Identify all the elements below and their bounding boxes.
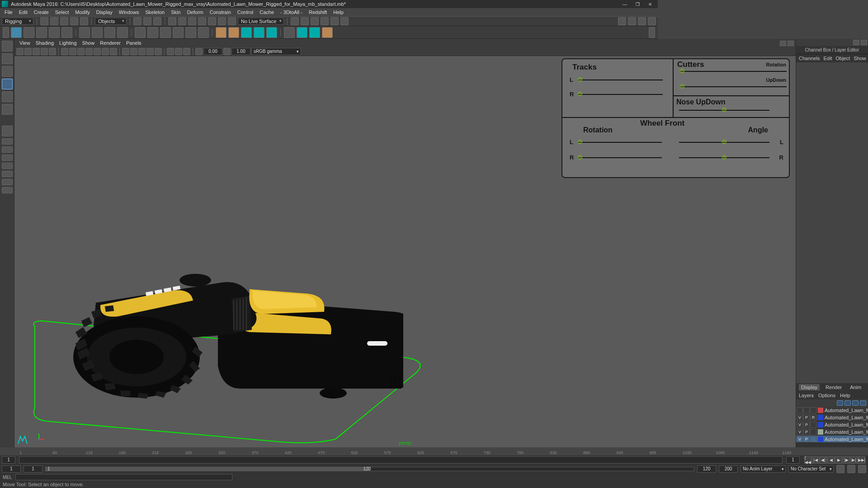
- redo-icon[interactable]: [80, 17, 88, 25]
- shelf-tool-18[interactable]: [241, 27, 252, 38]
- panel-layout4-icon[interactable]: [648, 17, 656, 25]
- light-editor-icon[interactable]: [340, 17, 349, 25]
- shelf-tool-21[interactable]: [284, 27, 295, 38]
- vp-colorspace-dropdown[interactable]: sRGB gamma: [251, 48, 301, 55]
- rotate-tool[interactable]: [2, 91, 13, 102]
- close-button[interactable]: ✕: [644, 1, 656, 7]
- layout-quick3[interactable]: [2, 155, 13, 161]
- hypershade-icon[interactable]: [321, 17, 329, 25]
- select-tool[interactable]: [2, 41, 13, 52]
- shelf-scroll-icon[interactable]: [649, 27, 655, 38]
- vp-isolate-icon[interactable]: [167, 48, 174, 55]
- minimize-button[interactable]: —: [619, 1, 631, 7]
- shelf-tool-22[interactable]: [297, 27, 307, 38]
- paint-select-tool[interactable]: [2, 66, 13, 77]
- rig-rotation-r-slider[interactable]: [578, 157, 658, 158]
- vp-safe-title-icon[interactable]: [110, 48, 117, 55]
- snap-grid-icon[interactable]: [133, 17, 142, 25]
- save-scene-icon[interactable]: [60, 17, 68, 25]
- vp-menu-renderer[interactable]: Renderer: [98, 40, 123, 46]
- vp-gamma-icon[interactable]: [223, 48, 231, 55]
- shelf-tool-8[interactable]: [104, 27, 115, 38]
- shelf-tool-19[interactable]: [254, 27, 264, 38]
- shelf-tool-3[interactable]: [36, 27, 47, 38]
- sym-x-icon[interactable]: [178, 17, 186, 25]
- vp-image-plane-icon[interactable]: [33, 48, 40, 55]
- menu-create[interactable]: Create: [31, 9, 52, 15]
- shelf-tool-1[interactable]: [11, 27, 22, 38]
- scale-tool[interactable]: [2, 104, 13, 115]
- vp-menu-view[interactable]: View: [17, 40, 33, 46]
- vp-smooth-icon[interactable]: [130, 48, 137, 55]
- vp-grease-pencil-icon[interactable]: [49, 48, 56, 55]
- menu-set-dropdown[interactable]: Rigging: [2, 18, 33, 25]
- shelf-tool-7[interactable]: [92, 27, 103, 38]
- layout-quick6[interactable]: [2, 179, 13, 185]
- vp-gamma-field[interactable]: 1.00: [231, 48, 250, 55]
- menu--3dtoall-[interactable]: - 3DtoAll -: [278, 9, 305, 15]
- shelf-tool-14[interactable]: [185, 27, 196, 38]
- shelf-tool-17[interactable]: [228, 27, 239, 38]
- vp-shadows-icon[interactable]: [155, 48, 162, 55]
- vp-bookmark-icon[interactable]: [24, 48, 32, 55]
- sym-z-icon[interactable]: [198, 17, 206, 25]
- vp-menu-lighting[interactable]: Lighting: [57, 40, 79, 46]
- vp-gate-mask-icon[interactable]: [85, 48, 93, 55]
- vp-safe-action-icon[interactable]: [102, 48, 109, 55]
- vp-textured-icon[interactable]: [138, 48, 146, 55]
- menu-help[interactable]: Help: [330, 9, 346, 15]
- menu-deform[interactable]: Deform: [184, 9, 206, 15]
- menu-constrain[interactable]: Constrain: [207, 9, 234, 15]
- vp-field-chart-icon[interactable]: [94, 48, 101, 55]
- menu-cache[interactable]: Cache: [257, 9, 277, 15]
- last-tool[interactable]: [2, 126, 13, 136]
- sym-topo-icon[interactable]: [218, 17, 226, 25]
- vp-exposure-icon[interactable]: [195, 48, 203, 55]
- shelf-tool-23[interactable]: [309, 27, 320, 38]
- panel-layout2-icon[interactable]: [628, 17, 636, 25]
- lasso-tool[interactable]: [2, 53, 13, 64]
- sym-y-icon[interactable]: [188, 17, 196, 25]
- render-view-icon[interactable]: [330, 17, 339, 25]
- ipr-icon[interactable]: [301, 17, 309, 25]
- live-surface-icon[interactable]: [228, 17, 236, 25]
- vp-exposure-field[interactable]: 0.00: [203, 48, 222, 55]
- shelf-tool-24[interactable]: [322, 27, 333, 38]
- menu-skeleton[interactable]: Skeleton: [142, 9, 167, 15]
- open-scene-icon[interactable]: [50, 17, 58, 25]
- vp-wireframe-icon[interactable]: [122, 48, 129, 55]
- shelf-tool-6[interactable]: [79, 27, 90, 38]
- snap-point-icon[interactable]: [153, 17, 161, 25]
- vp-res-gate-icon[interactable]: [77, 48, 85, 55]
- vp-xray-joints-icon[interactable]: [183, 48, 190, 55]
- shelf-tool-10[interactable]: [135, 27, 146, 38]
- shelf-tool-13[interactable]: [173, 27, 184, 38]
- shelf-tool-12[interactable]: [160, 27, 171, 38]
- menu-display[interactable]: Display: [94, 9, 115, 15]
- vp-menu-shading[interactable]: Shading: [33, 40, 56, 46]
- sym-axis-icon[interactable]: [208, 17, 216, 25]
- sym-off-icon[interactable]: [168, 17, 176, 25]
- shelf-tool-4[interactable]: [49, 27, 60, 38]
- panel-layout3-icon[interactable]: [638, 17, 646, 25]
- vp-lights-icon[interactable]: [146, 48, 154, 55]
- panel-layout1-icon[interactable]: [618, 17, 626, 25]
- move-tool[interactable]: [2, 79, 13, 89]
- vp-menu-panels[interactable]: Panels: [124, 40, 144, 46]
- rig-tracks-r-slider[interactable]: [578, 94, 658, 95]
- snap-curve-icon[interactable]: [143, 17, 151, 25]
- maximize-button[interactable]: ❐: [632, 1, 643, 7]
- render-icon[interactable]: [291, 17, 299, 25]
- shelf-tool-9[interactable]: [117, 27, 128, 38]
- new-scene-icon[interactable]: [40, 17, 48, 25]
- menu-modify[interactable]: Modify: [72, 9, 92, 15]
- selection-mask-dropdown[interactable]: Objects: [95, 18, 127, 25]
- rig-rotation-l-slider[interactable]: [578, 142, 658, 143]
- shelf-tool-16[interactable]: [216, 27, 226, 38]
- shelf-tab-button[interactable]: [3, 27, 9, 38]
- vp-grid-icon[interactable]: [61, 48, 68, 55]
- rig-tracks-l-slider[interactable]: [578, 80, 658, 80]
- menu-control[interactable]: Control: [235, 9, 256, 15]
- layout-quick1[interactable]: [2, 138, 13, 145]
- layout-quick2[interactable]: [2, 146, 13, 153]
